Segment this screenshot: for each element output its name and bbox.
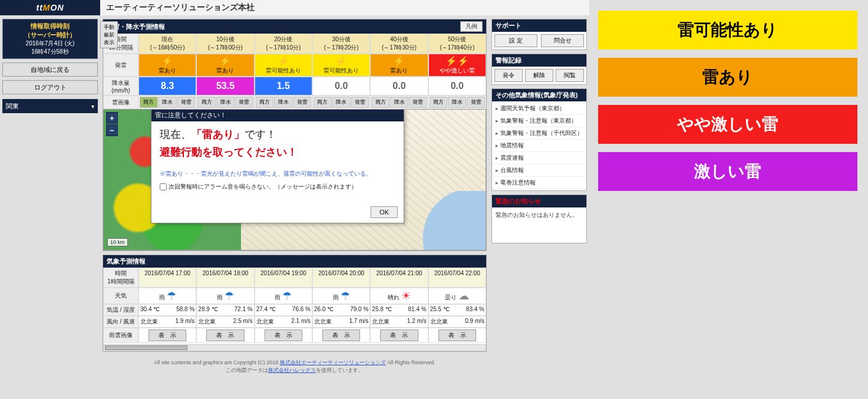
footer-company-link[interactable]: 株式会社エーティーティーソリューションズ <box>280 360 386 365</box>
other-link[interactable]: 週間天気予報（東京都） <box>492 103 586 115</box>
w-image-cell: 表 示 <box>312 328 370 343</box>
other-link[interactable]: 台風情報 <box>492 164 586 177</box>
dialog-line2: 避難行動を取ってください！ <box>160 145 395 159</box>
legend-button[interactable]: 凡例 <box>460 21 483 32</box>
cloud-btn-both[interactable]: 両方 <box>197 97 216 108</box>
w-weather-label: 曇り <box>445 294 457 301</box>
w-wind-cell: 北北東2.1 m/s <box>255 316 312 328</box>
cloud-btn-both[interactable]: 両方 <box>371 97 390 108</box>
manual-refresh-button[interactable]: 手動 最新表示 <box>100 21 118 48</box>
cloud-btn-both[interactable]: 両方 <box>140 97 158 108</box>
other-link[interactable]: 気象警報・注意報（東京都） <box>492 115 586 127</box>
server-time-card: 情報取得時刻 （サーバー時計） 2016年7月4日 (火) 16時47分58秒 <box>2 19 98 59</box>
cloud-icon: ☁ <box>458 290 469 302</box>
bolt-icon: ⚡ <box>255 55 312 67</box>
display-button[interactable]: 表 示 <box>265 329 303 341</box>
right-sidebar: サポート 設 定 問合せ 警報記録 発令 解除 閲覧 その他気象情報(気象庁発表 <box>489 15 589 381</box>
map-scale: 10 km <box>107 238 128 246</box>
cloud-btn-rain[interactable]: 降水 <box>332 97 351 108</box>
weather-hscroll[interactable] <box>103 344 486 351</box>
w-weather-label: 雨 <box>159 294 165 301</box>
other-link[interactable]: 震度速報 <box>492 152 586 164</box>
thunder-cell: ⚡雷あり <box>196 54 254 77</box>
w-row-time-header: 時間 1時間間隔 <box>103 268 138 288</box>
region-dropdown[interactable]: 関東 ▾ <box>2 99 98 113</box>
cloud-btn-thunder[interactable]: 発雷 <box>467 97 485 108</box>
dialog-ok-button[interactable]: OK <box>371 206 398 218</box>
logout-button[interactable]: ログアウト <box>2 80 98 94</box>
cloud-btn-rain[interactable]: 降水 <box>274 97 292 108</box>
cloud-btn-both[interactable]: 両方 <box>430 97 448 108</box>
w-weather-cell: 雨 ☂ <box>255 288 312 304</box>
map-zoom-in-button[interactable]: + <box>106 112 118 124</box>
contact-button[interactable]: 問合せ <box>541 34 584 47</box>
cloud-btn-thunder[interactable]: 発雷 <box>293 97 311 108</box>
other-link[interactable]: 気象警報・注意報（千代田区） <box>492 127 586 140</box>
alerts-title: 警報記録 <box>496 56 522 65</box>
fc-col-sub: (～16時50分) <box>140 44 195 52</box>
rain-cell: 53.5 <box>196 77 254 95</box>
thunder-forecast-panel: 発雷・降水予測情報 凡例 時間 10分間隔 現在(～16時50分) 10分後(～… <box>103 19 487 251</box>
thunder-label: 雷あり <box>197 67 253 75</box>
thunder-label: 雷あり <box>371 67 427 75</box>
cloud-btn-rain[interactable]: 降水 <box>216 97 235 108</box>
footer: All site contents and graphics are Copyr… <box>103 355 487 378</box>
topbar: ttMON エーティーティーソリューションズ本社 <box>0 0 589 15</box>
display-button[interactable]: 表 示 <box>438 329 477 341</box>
cloud-btn-both[interactable]: 両方 <box>256 97 274 108</box>
w-temp-cell: 28.9 ℃72.1 % <box>196 304 254 316</box>
alert-clear-button[interactable]: 解除 <box>525 69 553 82</box>
w-wind-cell: 北北東1.9 m/s <box>138 316 196 328</box>
cloud-btn-rain[interactable]: 降水 <box>448 97 466 108</box>
cloud-btn-rain[interactable]: 降水 <box>159 97 177 108</box>
thunder-legend-panel: 雷可能性あり 雷あり やや激しい雷 激しい雷 <box>598 11 857 199</box>
fc-col-title: 20分後 <box>256 35 311 44</box>
display-button[interactable]: 表 示 <box>148 329 187 341</box>
cloud-btn-thunder[interactable]: 発雷 <box>409 97 427 108</box>
cloud-btn-thunder[interactable]: 発雷 <box>177 97 196 108</box>
bolt-icon: ⚡ <box>139 55 196 67</box>
other-link[interactable]: 地震情報 <box>492 140 586 152</box>
legend-very-severe: 激しい雷 <box>598 152 857 191</box>
bolt-icon: ⚡ <box>313 55 369 67</box>
w-time-cell: 2016/07/04 21:00 <box>370 268 428 288</box>
legend-yes: 雷あり <box>598 58 857 97</box>
w-temp-cell: 25.8 ℃81.4 % <box>370 304 428 316</box>
cloud-btn-thunder[interactable]: 発雷 <box>351 97 369 108</box>
cloud-btn-thunder[interactable]: 発雷 <box>235 97 253 108</box>
cloud-btn-rain[interactable]: 降水 <box>390 97 408 108</box>
sun-icon: ☀ <box>401 290 411 302</box>
other-title: その他気象情報(気象庁発表) <box>496 91 577 100</box>
back-region-button[interactable]: 自地域に戻る <box>2 62 98 77</box>
display-button[interactable]: 表 示 <box>206 329 245 341</box>
server-time-time: 16時47分58秒 <box>4 48 96 56</box>
dialog-line1: 現在、「雷あり」です！ <box>160 127 395 141</box>
map[interactable]: + − 10 km 雷に注意してください！ 現在、「雷あり」です！ 避難行 <box>103 109 486 250</box>
map-zoom-out-button[interactable]: − <box>106 124 118 136</box>
w-temp-cell: 26.0 ℃79.0 % <box>312 304 370 316</box>
bolt-icon: ⚡⚡ <box>429 55 486 67</box>
cloud-btn-both[interactable]: 両方 <box>313 97 332 108</box>
alert-issue-button[interactable]: 発令 <box>494 69 523 82</box>
location-title: エーティーティーソリューションズ本社 <box>100 0 589 15</box>
bolt-icon: ⚡ <box>371 55 427 67</box>
rain-cell: 0.0 <box>312 77 370 95</box>
display-button[interactable]: 表 示 <box>322 329 361 341</box>
w-temp-cell: 27.4 ℃76.6 % <box>255 304 312 316</box>
urgent-body: 緊急のお知らせはありません。 <box>492 207 586 243</box>
dialog-mute-checkbox[interactable]: 次回警報時にアラーム音を鳴らさない。（メッセージは表示されます） <box>160 183 395 191</box>
mute-checkbox-input[interactable] <box>160 183 167 190</box>
thunder-label: 雷あり <box>139 67 196 75</box>
dialog-checkbox-label: 次回警報時にアラーム音を鳴らさない。（メッセージは表示されます） <box>169 183 357 191</box>
weather-forecast-panel: 気象予測情報 時間 1時間間隔 2016/07/04 17:00 2016/07… <box>103 255 487 352</box>
footer-map-link[interactable]: 株式会社ハレックス <box>268 367 316 373</box>
legend-possible: 雷可能性あり <box>598 11 857 50</box>
scroll-thumb[interactable] <box>105 345 187 350</box>
settings-button[interactable]: 設 定 <box>494 34 537 47</box>
alert-view-button[interactable]: 閲覧 <box>556 69 584 82</box>
other-link[interactable]: 竜巻注意情報 <box>492 177 586 189</box>
fc-col-sub: (～17時30分) <box>371 44 427 52</box>
w-time-cell: 2016/07/04 17:00 <box>138 268 196 288</box>
rain-cell: 8.3 <box>138 77 196 95</box>
display-button[interactable]: 表 示 <box>380 329 418 341</box>
